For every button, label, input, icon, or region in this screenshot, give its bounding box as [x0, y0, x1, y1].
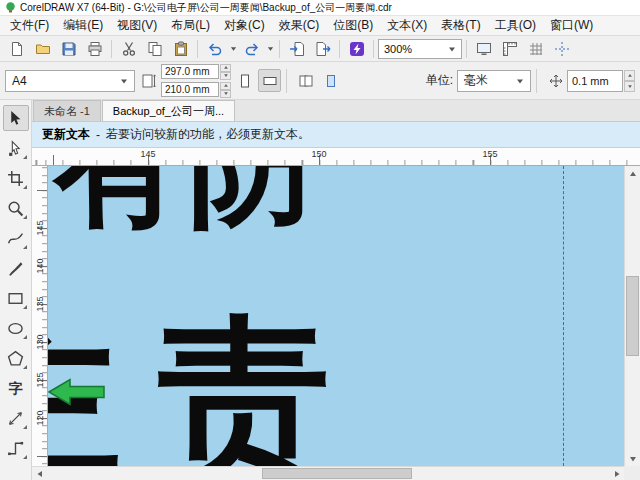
nudge-offset-icon	[548, 73, 564, 89]
page-height-input[interactable]: 210.0 mm	[161, 82, 219, 97]
app-launcher-button[interactable]	[344, 38, 369, 60]
export-button[interactable]	[310, 38, 335, 60]
landscape-button[interactable]	[258, 69, 281, 92]
nudge-offset-input[interactable]: 0.1 mm	[567, 70, 623, 92]
all-pages-icon	[298, 73, 314, 89]
update-text-action[interactable]: 更新文本	[42, 126, 90, 143]
vertical-scroll-thumb[interactable]	[626, 276, 639, 356]
standard-toolbar: 300%	[0, 36, 640, 62]
paste-button[interactable]	[168, 38, 193, 60]
scroll-down-button[interactable]	[625, 451, 640, 466]
dimension-tool-button[interactable]	[3, 405, 29, 431]
canvas-text-main[interactable]: 责	[158, 314, 330, 466]
pick-tool-button[interactable]	[3, 105, 29, 131]
guideline[interactable]	[563, 166, 564, 466]
rectangle-tool-icon	[7, 290, 24, 307]
text-tool-button[interactable]: 字	[3, 375, 29, 401]
rectangle-tool-button[interactable]	[3, 285, 29, 311]
menu-item-6[interactable]: 位图(B)	[326, 16, 380, 35]
show-grid-button[interactable]	[523, 38, 548, 60]
document-tab-1[interactable]: Backup_of_公司一周...	[102, 100, 235, 121]
green-arrow-polygon[interactable]	[49, 380, 104, 405]
pick-tool-icon	[7, 110, 24, 127]
new-document-icon	[9, 41, 25, 57]
scroll-left-button[interactable]	[32, 467, 47, 480]
undo-dropdown-arrow[interactable]	[228, 38, 238, 60]
vertical-ruler[interactable]: 145140135130125120	[32, 166, 48, 466]
horizontal-scrollbar[interactable]	[32, 466, 624, 480]
portrait-button[interactable]	[233, 69, 256, 92]
menu-item-5[interactable]: 效果(C)	[272, 16, 327, 35]
portrait-icon	[237, 73, 253, 89]
spin-up-icon[interactable]	[220, 82, 231, 90]
redo-dropdown-arrow[interactable]	[265, 38, 275, 60]
page-width-input[interactable]: 297.0 mm	[161, 64, 219, 79]
scroll-right-button[interactable]	[609, 467, 624, 480]
artistic-media-tool-button[interactable]	[3, 255, 29, 281]
open-folder-button[interactable]	[30, 38, 55, 60]
nudge-spinner[interactable]	[624, 70, 635, 92]
menu-item-1[interactable]: 编辑(E)	[56, 16, 110, 35]
zoom-level-select[interactable]: 300%	[378, 39, 462, 59]
horizontal-scroll-thumb[interactable]	[262, 468, 412, 479]
import-button[interactable]	[284, 38, 309, 60]
page-size-select[interactable]: A4	[5, 70, 135, 92]
units-select[interactable]: 毫米	[457, 70, 531, 92]
redo-button[interactable]	[239, 38, 264, 60]
show-rulers-button[interactable]	[497, 38, 522, 60]
canvas-text-top-fragment[interactable]: 有防	[54, 166, 322, 232]
spin-up-icon[interactable]	[220, 64, 231, 72]
menu-item-4[interactable]: 对象(C)	[217, 16, 272, 35]
polygon-tool-button[interactable]	[3, 345, 29, 371]
undo-button[interactable]	[202, 38, 227, 60]
copy-button[interactable]	[142, 38, 167, 60]
current-page-button[interactable]	[319, 69, 342, 92]
zoom-level-value: 300%	[384, 43, 412, 55]
menu-item-9[interactable]: 工具(O)	[488, 16, 543, 35]
cut-button[interactable]	[116, 38, 141, 60]
menu-item-2[interactable]: 视图(V)	[110, 16, 164, 35]
vertical-scrollbar[interactable]	[624, 166, 640, 466]
vruler-number: 135	[35, 296, 45, 311]
scroll-up-button[interactable]	[625, 166, 640, 181]
menu-item-7[interactable]: 文本(X)	[380, 16, 434, 35]
horizontal-ruler[interactable]: 145150155	[32, 148, 640, 166]
green-arrow-shape[interactable]	[48, 376, 106, 408]
save-button[interactable]	[56, 38, 81, 60]
connector-tool-button[interactable]	[3, 435, 29, 461]
toolbar-separator	[466, 40, 467, 58]
freehand-tool-button[interactable]	[3, 225, 29, 251]
page-size-value: A4	[12, 74, 27, 88]
spin-down-icon[interactable]	[220, 90, 231, 98]
update-text-info-bar: 更新文本 - 若要访问较新的功能，必须更新文本。	[32, 122, 640, 148]
undo-icon	[207, 41, 223, 57]
page-height-spinner[interactable]	[220, 82, 231, 98]
menu-item-8[interactable]: 表格(T)	[434, 16, 487, 35]
new-document-button[interactable]	[4, 38, 29, 60]
ellipse-tool-button[interactable]	[3, 315, 29, 341]
print-icon	[87, 41, 103, 57]
corel-logo-icon	[5, 2, 16, 13]
ellipse-tool-icon	[7, 320, 24, 337]
print-button[interactable]	[82, 38, 107, 60]
show-guidelines-icon	[554, 41, 570, 57]
page-width-spinner[interactable]	[220, 64, 231, 80]
shape-tool-button[interactable]	[3, 135, 29, 161]
toolbar-separator	[339, 40, 340, 58]
dropdown-arrow-icon	[516, 77, 524, 85]
zoom-tool-button[interactable]	[3, 195, 29, 221]
canvas[interactable]: 有防 主 责	[48, 166, 624, 466]
document-tab-0[interactable]: 未命名 -1	[33, 100, 101, 121]
fullscreen-preview-icon	[476, 41, 492, 57]
crop-tool-button[interactable]	[3, 165, 29, 191]
menu-item-3[interactable]: 布局(L)	[164, 16, 217, 35]
menu-item-10[interactable]: 窗口(W)	[543, 16, 600, 35]
spin-up-icon[interactable]	[624, 70, 635, 81]
fullscreen-preview-button[interactable]	[471, 38, 496, 60]
menu-item-0[interactable]: 文件(F)	[3, 16, 56, 35]
spin-down-icon[interactable]	[220, 72, 231, 80]
spin-down-icon[interactable]	[624, 81, 635, 92]
scrollbar-corner	[624, 466, 640, 480]
show-guidelines-button[interactable]	[549, 38, 574, 60]
all-pages-button[interactable]	[294, 69, 317, 92]
